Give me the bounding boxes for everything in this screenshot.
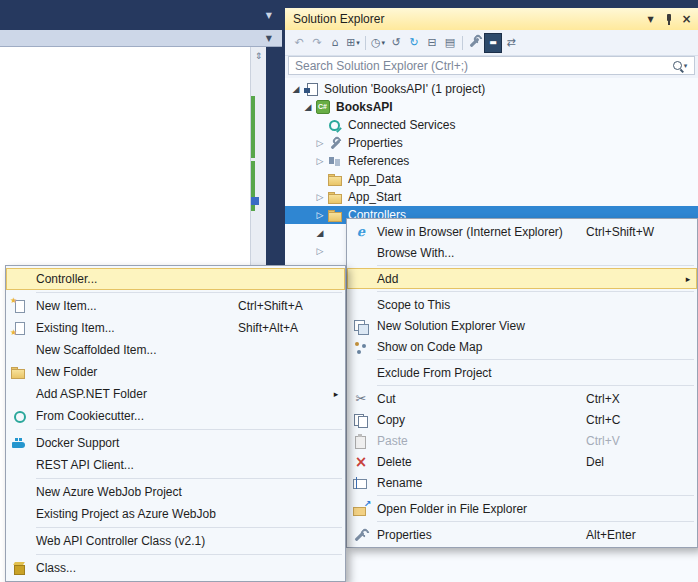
menu-item[interactable]: Existing Item... Shift+Alt+A [6, 317, 345, 339]
menu-item-label: New Azure WebJob Project [36, 485, 182, 499]
search-box [288, 56, 695, 75]
secondary-toolbar-collapsed: ▼ [0, 30, 282, 47]
search-input[interactable] [289, 59, 666, 73]
menu-item[interactable]: New Azure WebJob Project [6, 481, 345, 503]
dropdown-caret-icon[interactable] [382, 39, 386, 47]
menu-item[interactable]: Properties Alt+Enter [347, 524, 697, 545]
collapse-all-icon[interactable]: ⊟ [423, 33, 441, 53]
menu-item-label: REST API Client... [36, 458, 134, 472]
search-options-caret-icon[interactable] [684, 62, 688, 70]
menu-item[interactable]: Docker Support [6, 432, 345, 454]
tree-item-icon [327, 225, 343, 241]
menu-item-label: Copy [377, 413, 405, 427]
split-window-handle-icon[interactable]: ⇕ [251, 49, 266, 62]
pin-icon[interactable] [661, 12, 676, 27]
existing-item-icon [10, 320, 30, 336]
collapsed-arrow-icon[interactable]: ▷ [313, 138, 327, 148]
collapsed-arrow-icon[interactable]: ▷ [313, 192, 327, 202]
menu-separator [377, 385, 694, 386]
menu-item[interactable]: New Solution Explorer View [347, 315, 697, 336]
menu-item[interactable]: Show on Code Map [347, 336, 697, 357]
menu-item[interactable]: New Scaffolded Item... [6, 339, 345, 361]
menu-item-label: Browse With... [377, 246, 454, 260]
dropdown-caret-icon[interactable] [356, 39, 360, 47]
menu-separator [377, 265, 694, 266]
menu-separator [36, 429, 342, 430]
menu-item-label: Controller... [36, 272, 97, 286]
menu-item[interactable]: View in Browser (Internet Explorer) Ctrl… [347, 221, 697, 242]
home-icon[interactable]: ⌂ [326, 33, 344, 53]
folder-icon [327, 207, 343, 223]
undo-icon[interactable]: ↺ [387, 33, 405, 53]
expanded-arrow-icon[interactable]: ◢ [313, 228, 327, 238]
caret-position-mark [251, 197, 259, 205]
close-icon[interactable]: × [679, 12, 694, 27]
menu-item[interactable]: Exclude From Project [347, 362, 697, 383]
menu-item-label: Existing Item... [36, 321, 115, 335]
code-map-icon [351, 339, 371, 355]
search-button[interactable] [666, 61, 694, 70]
tree-item-label: App_Data [348, 172, 401, 186]
menu-item[interactable]: Web API Controller Class (v2.1) [6, 530, 345, 552]
tree-item[interactable]: App_Data [285, 170, 698, 188]
menu-item[interactable]: Paste Ctrl+V [347, 430, 697, 451]
refresh-icon[interactable]: ↻ [405, 33, 423, 53]
collapsed-arrow-icon[interactable]: ▷ [313, 246, 327, 256]
tree-item[interactable]: ▷ App_Start [285, 188, 698, 206]
switch-views-icon[interactable]: ⊞ [344, 33, 362, 53]
menu-item-label: Exclude From Project [377, 366, 492, 380]
toolbar-overflow-caret-icon[interactable]: ▼ [266, 34, 272, 43]
tree-item-label: Properties [348, 136, 403, 150]
menu-item[interactable]: Existing Project as Azure WebJob [6, 503, 345, 525]
properties-wrench-icon[interactable] [466, 33, 484, 53]
menu-item-label: From Cookiecutter... [36, 409, 144, 423]
tree-item[interactable]: ◢ Solution 'BooksAPI' (1 project) [285, 80, 698, 98]
menu-item[interactable]: Copy Ctrl+C [347, 409, 697, 430]
menu-item[interactable]: Rename [347, 472, 697, 493]
menu-item[interactable]: Add ASP.NET Folder [6, 383, 345, 405]
menu-item-label: New Solution Explorer View [377, 319, 525, 333]
menu-item[interactable]: Add [347, 268, 697, 289]
expanded-arrow-icon[interactable]: ◢ [289, 84, 303, 94]
tree-item[interactable]: Connected Services [285, 116, 698, 134]
preview-selected-items-icon[interactable]: ▬ [484, 33, 502, 53]
menu-item[interactable]: Cut Ctrl+X [347, 388, 697, 409]
sync-with-active-document-icon[interactable]: ⇄ [502, 33, 520, 53]
collapsed-arrow-icon[interactable]: ▷ [313, 156, 327, 166]
pending-changes-filter-icon[interactable]: ◷ [369, 33, 387, 53]
toolbar-overflow-caret-icon[interactable]: ▼ [266, 11, 272, 20]
tree-item[interactable]: ▷ References [285, 152, 698, 170]
menu-item[interactable]: Delete Del [347, 451, 697, 472]
solution-explorer-header[interactable]: Solution Explorer ▼ × [285, 8, 698, 30]
collapsed-arrow-icon[interactable]: ▷ [313, 210, 327, 220]
wrench-icon [327, 135, 343, 151]
menu-item-shortcut: Ctrl+V [586, 434, 682, 448]
tree-item[interactable]: ▷ Properties [285, 134, 698, 152]
menu-item-shortcut: Ctrl+Shift+W [586, 225, 682, 239]
menu-item[interactable]: Class... [6, 557, 345, 579]
menu-item[interactable]: Controller... [6, 268, 345, 290]
menu-item[interactable]: From Cookiecutter... [6, 405, 345, 427]
menu-item[interactable]: Scope to This [347, 294, 697, 315]
menu-item[interactable]: New Item... Ctrl+Shift+A [6, 295, 345, 317]
ie-icon [351, 224, 371, 240]
menu-item[interactable]: REST API Client... [6, 454, 345, 476]
menu-item-label: New Item... [36, 299, 97, 313]
menu-item-label: Show on Code Map [377, 340, 482, 354]
menu-item-label: Open Folder in File Explorer [377, 502, 527, 516]
window-position-caret-icon[interactable]: ▼ [643, 12, 658, 27]
cookiecutter-icon [10, 408, 30, 424]
menu-separator [377, 521, 694, 522]
show-all-files-icon[interactable]: ▤ [441, 33, 459, 53]
menu-item[interactable]: New Folder [6, 361, 345, 383]
forward-icon[interactable]: ↷ [308, 33, 326, 53]
expanded-arrow-icon[interactable]: ◢ [301, 102, 315, 112]
menu-item[interactable]: Open Folder in File Explorer [347, 498, 697, 519]
menu-item-icon [10, 484, 30, 500]
menu-item[interactable]: Browse With... [347, 242, 697, 263]
tree-item[interactable]: ◢ BooksAPI [285, 98, 698, 116]
back-icon[interactable]: ↶ [290, 33, 308, 53]
menu-item-shortcut: Ctrl+C [586, 413, 682, 427]
submenu-arrow-icon [682, 274, 694, 284]
menu-item-label: Add ASP.NET Folder [36, 387, 147, 401]
